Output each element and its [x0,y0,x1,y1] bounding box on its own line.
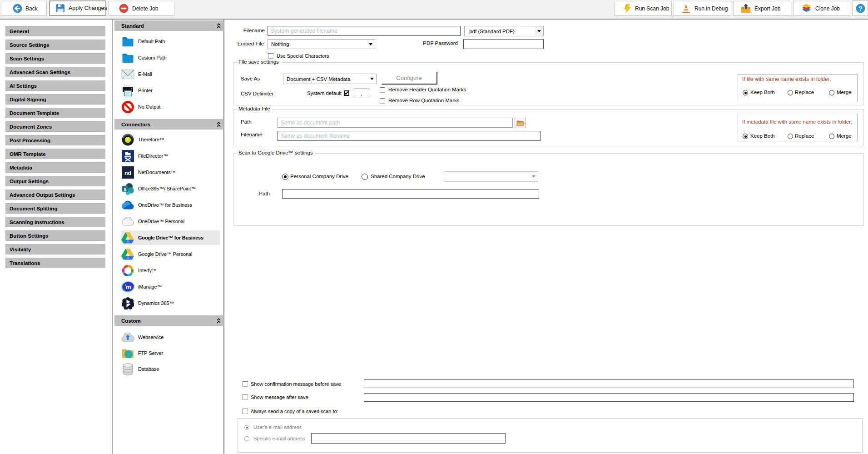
svg-text:m: m [126,284,131,290]
svg-text:nd: nd [124,170,131,176]
svg-text:s: s [124,186,126,191]
svg-text:?: ? [858,5,863,12]
